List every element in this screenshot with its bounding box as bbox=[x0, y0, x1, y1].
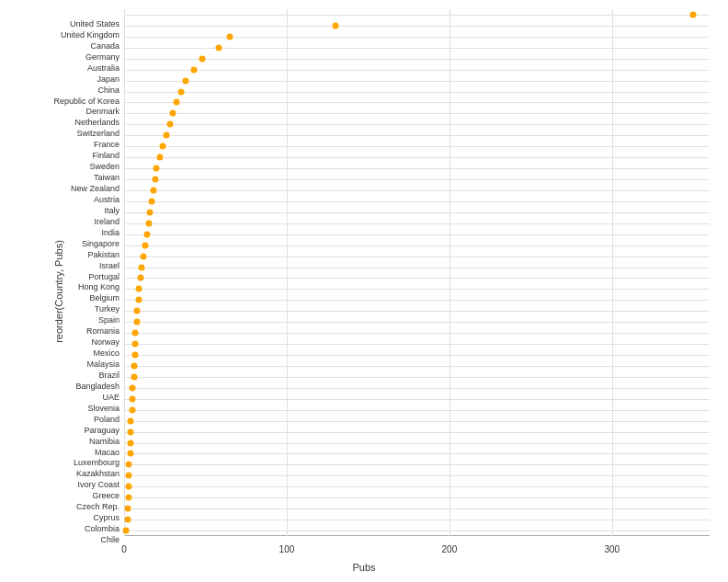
dot-UAE bbox=[129, 384, 135, 391]
dot-Pakistan bbox=[142, 242, 149, 248]
grid-line-h-15 bbox=[124, 179, 710, 180]
y-tick-Israel: Israel bbox=[99, 261, 119, 270]
y-tick-UAE: UAE bbox=[102, 393, 119, 402]
grid-line-h-11 bbox=[124, 135, 710, 136]
y-tick-Austria: Austria bbox=[94, 195, 119, 204]
grid-line-h-6 bbox=[124, 81, 710, 82]
grid-line-h-47 bbox=[124, 531, 710, 531]
y-tick-Ivory-Coast: Ivory Coast bbox=[77, 480, 119, 489]
y-tick-Cyprus: Cyprus bbox=[93, 513, 119, 522]
grid-line-h-13 bbox=[124, 157, 710, 158]
grid-line-h-8 bbox=[124, 102, 710, 103]
y-tick-Netherlands: Netherlands bbox=[74, 118, 119, 127]
y-tick-Italy: Italy bbox=[104, 206, 119, 215]
dot-India bbox=[145, 220, 152, 226]
grid-line-h-20 bbox=[124, 234, 710, 235]
dot-Malaysia bbox=[132, 352, 139, 359]
y-tick-Slovenia: Slovenia bbox=[87, 404, 119, 413]
dot-Ireland bbox=[147, 209, 154, 215]
grid-line-h-14 bbox=[124, 168, 710, 169]
y-tick-New-Zealand: New Zealand bbox=[71, 184, 119, 193]
grid-line-h-18 bbox=[124, 212, 710, 213]
dot-Singapore bbox=[143, 231, 150, 237]
grid-line-h-39 bbox=[124, 443, 710, 444]
dot-Spain bbox=[134, 308, 141, 314]
x-tick-0: 0 bbox=[121, 544, 127, 554]
grid-line-h-17 bbox=[124, 201, 710, 202]
y-tick-Norway: Norway bbox=[91, 337, 119, 347]
grid-line-h-38 bbox=[124, 432, 710, 433]
y-tick-Portugal: Portugal bbox=[88, 272, 119, 281]
dot-Italy bbox=[149, 198, 155, 204]
grid-line-h-7 bbox=[124, 92, 710, 93]
grid-line-h-9 bbox=[124, 113, 710, 114]
y-tick-Colombia: Colombia bbox=[85, 524, 119, 533]
dot-Sweden bbox=[156, 154, 163, 161]
grid-line-h-32 bbox=[124, 366, 710, 367]
y-tick-Denmark: Denmark bbox=[85, 107, 119, 116]
y-tick-Japan: Japan bbox=[97, 74, 119, 84]
dot-Denmark bbox=[173, 99, 179, 106]
axis-bottom bbox=[124, 535, 710, 536]
dot-United-States bbox=[690, 11, 697, 17]
dot-United-Kingdom bbox=[333, 22, 339, 29]
y-tick-Switzerland: Switzerland bbox=[76, 129, 119, 138]
dot-Colombia bbox=[124, 517, 131, 523]
dot-Luxembourg bbox=[128, 451, 134, 457]
grid-line-h-31 bbox=[124, 355, 710, 356]
y-tick-Germany: Germany bbox=[85, 52, 119, 62]
dot-Hong-Kong bbox=[137, 275, 143, 281]
dot-Cyprus bbox=[124, 506, 131, 512]
dot-Namibia bbox=[128, 428, 134, 435]
grid-line-h-3 bbox=[124, 48, 710, 49]
grid-line-h-24 bbox=[124, 278, 710, 279]
y-tick-Hong-Kong: Hong Kong bbox=[78, 282, 119, 291]
dot-Czech-Rep. bbox=[126, 495, 132, 501]
grid-line-v-300 bbox=[612, 9, 613, 536]
y-tick-Spain: Spain bbox=[98, 315, 119, 325]
y-tick-Chile: Chile bbox=[100, 535, 119, 544]
y-tick-Poland: Poland bbox=[94, 415, 119, 424]
grid-line-h-30 bbox=[124, 344, 710, 345]
grid-line-v-100 bbox=[287, 9, 288, 536]
y-tick-Macao: Macao bbox=[95, 448, 119, 457]
dot-Poland bbox=[129, 406, 135, 413]
y-tick-Australia: Australia bbox=[87, 63, 119, 73]
y-tick-Namibia: Namibia bbox=[89, 437, 119, 446]
y-tick-Greece: Greece bbox=[92, 491, 119, 500]
grid-line-h-12 bbox=[124, 146, 710, 147]
dot-Netherlands bbox=[170, 110, 176, 117]
dot-Germany bbox=[215, 44, 222, 51]
grid-line-h-33 bbox=[124, 377, 710, 378]
dot-Belgium bbox=[135, 286, 142, 292]
y-tick-India: India bbox=[101, 228, 119, 237]
grid-line-h-43 bbox=[124, 486, 710, 487]
grid-line-h-23 bbox=[124, 268, 710, 268]
grid-line-h-26 bbox=[124, 300, 710, 301]
grid-line-h-10 bbox=[124, 124, 710, 125]
dot-Japan bbox=[191, 66, 198, 73]
grid-line-h-1 bbox=[124, 26, 710, 27]
y-tick-Singapore: Singapore bbox=[82, 239, 119, 248]
dot-France bbox=[164, 132, 170, 139]
dot-China bbox=[183, 77, 189, 84]
y-tick-Taiwan: Taiwan bbox=[94, 173, 119, 182]
dot-Finland bbox=[160, 143, 166, 150]
y-tick-Pakistan: Pakistan bbox=[87, 250, 119, 259]
y-tick-Mexico: Mexico bbox=[93, 348, 119, 358]
dot-Israel bbox=[141, 253, 147, 259]
dot-Switzerland bbox=[166, 121, 173, 128]
y-tick-France: France bbox=[94, 140, 119, 149]
dot-Australia bbox=[199, 55, 205, 62]
y-tick-Kazakhstan: Kazakhstan bbox=[76, 469, 119, 478]
dot-Ivory-Coast bbox=[126, 473, 132, 479]
y-tick-Bangladesh: Bangladesh bbox=[75, 382, 119, 391]
dot-Turkey bbox=[135, 297, 142, 303]
y-tick-China: China bbox=[97, 86, 119, 95]
dot-Bangladesh bbox=[131, 373, 137, 380]
dot-Taiwan bbox=[154, 165, 160, 172]
grid-line-h-45 bbox=[124, 508, 710, 509]
grid-line-h-25 bbox=[124, 289, 710, 290]
dot-Norway bbox=[132, 330, 139, 337]
x-tick-300: 300 bbox=[604, 544, 620, 554]
